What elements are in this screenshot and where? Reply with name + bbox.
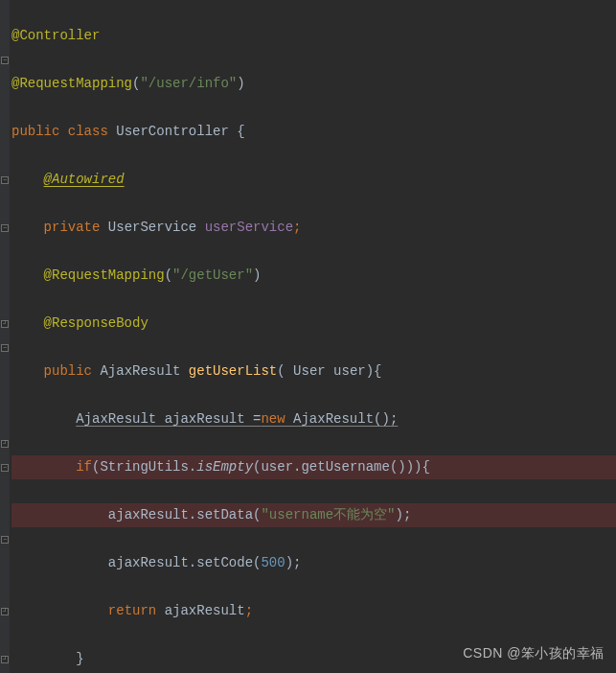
fold-icon[interactable]: − <box>1 536 9 544</box>
fold-icon[interactable]: ┘ <box>1 440 9 448</box>
code-editor[interactable]: − − − ┘ − ┘ − − ┘ ┘ @Controller @Request… <box>0 0 616 673</box>
code-line: public AjaxResult getUserList( User user… <box>11 360 616 383</box>
code-area[interactable]: @Controller @RequestMapping("/user/info"… <box>10 0 616 673</box>
code-line: @Autowired <box>11 168 616 192</box>
code-line: return ajaxResult; <box>11 599 616 623</box>
code-line: @Controller <box>11 24 616 48</box>
fold-icon[interactable]: ┘ <box>1 608 9 615</box>
code-line: ajaxResult.setData("username不能为空"); <box>11 503 616 527</box>
fold-icon[interactable]: − <box>1 224 9 232</box>
code-line: @ResponseBody <box>11 312 616 336</box>
watermark: CSDN @笨小孩的幸福 <box>463 641 605 665</box>
fold-icon[interactable]: − <box>1 344 9 352</box>
code-line: private UserService userService; <box>11 216 616 240</box>
fold-icon[interactable]: − <box>1 464 9 472</box>
fold-icon[interactable]: − <box>1 176 9 184</box>
fold-icon[interactable]: ┘ <box>1 656 9 663</box>
fold-icon[interactable]: − <box>1 57 9 64</box>
code-line: if(StringUtils.isEmpty(user.getUsername(… <box>11 455 616 479</box>
fold-icon[interactable]: ┘ <box>1 320 9 328</box>
code-line: @RequestMapping("/user/info") <box>11 72 616 96</box>
code-line: AjaxResult ajaxResult =new AjaxResult(); <box>11 407 616 431</box>
gutter: − − − ┘ − ┘ − − ┘ ┘ <box>0 0 10 673</box>
code-line: @RequestMapping("/getUser") <box>11 264 616 288</box>
code-line: public class UserController { <box>11 120 616 144</box>
code-line: ajaxResult.setCode(500); <box>11 551 616 575</box>
